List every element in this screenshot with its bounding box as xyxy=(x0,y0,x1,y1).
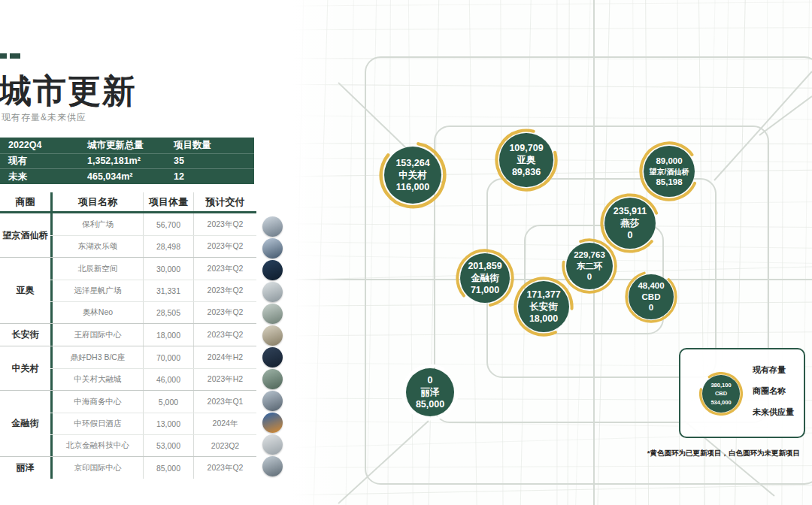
beijing-road-map: 153,264 中关村 116,000 109,709 亚奥 89,836 89… xyxy=(293,0,812,505)
existing-stock-value: 229,763 xyxy=(574,249,605,261)
project-name: 北辰新空间 xyxy=(50,258,143,280)
table-row: 东湖欢乐颂 28,498 2023年Q2 xyxy=(50,235,256,257)
future-supply-value: 116,000 xyxy=(396,181,430,193)
table-row: 王府国际中心 18,000 2023年Q2 xyxy=(50,324,256,346)
district-label: 长安街 xyxy=(0,324,50,346)
project-name: 奥林Neo xyxy=(50,302,143,323)
legend-labels: 现有存量 商圈名称 未来供应量 xyxy=(753,364,794,418)
table-row: 北辰新空间 30,000 2023年Q2 xyxy=(50,258,256,280)
marker-text: 380,100 CBD 534,000 xyxy=(699,372,743,416)
project-delivery: 2023年H2 xyxy=(193,369,256,390)
map-footnote: *黄色圆环为已更新项目，白色圆环为未更新项目 xyxy=(647,449,800,458)
project-thumbnail xyxy=(262,216,283,237)
district-group-yaao: 亚奥 北辰新空间 30,000 2023年Q2 远洋星帆广场 31,331 20… xyxy=(0,257,256,323)
projects-table: 商圈 项目名称 项目体量 预计交付 望京酒仙桥 保利广场 56,700 2023… xyxy=(0,192,256,479)
project-name: 王府国际中心 xyxy=(50,324,143,346)
project-volume: 70,000 xyxy=(143,346,193,368)
district-group-wangjing: 望京酒仙桥 保利广场 56,700 2023年Q2 东湖欢乐颂 28,498 2… xyxy=(0,213,256,257)
table-row: 中关村大融城 46,000 2023年H2 xyxy=(50,368,256,390)
table-row: 中海商务中心 5,000 2023年Q1 xyxy=(50,391,256,413)
summary-existing-total: 1,352,181m² xyxy=(79,153,165,169)
project-delivery: 2023Q2 xyxy=(193,435,256,456)
table-row: 鼎好DH3 B/C座 70,000 2024年H2 xyxy=(50,346,256,368)
project-volume: 85,000 xyxy=(143,457,193,479)
district-group-zhongguancun: 中关村 鼎好DH3 B/C座 70,000 2024年H2 中关村大融城 46,… xyxy=(0,346,256,390)
project-thumbnail xyxy=(262,434,283,455)
table-row: 远洋星帆广场 31,331 2023年Q2 xyxy=(50,280,256,301)
table-row: 保利广场 56,700 2023年Q2 xyxy=(50,213,256,235)
marker-text: 171,377 长安街 18,000 xyxy=(514,277,574,337)
future-supply-value: 85,000 xyxy=(416,398,444,410)
project-thumbnail xyxy=(262,369,283,389)
project-volume: 13,000 xyxy=(143,413,193,434)
table-row: 京印国际中心 85,000 2023年Q2 xyxy=(50,457,256,479)
district-name: CBD xyxy=(642,292,661,303)
district-label: 丽泽 xyxy=(0,457,50,479)
project-volume: 46,000 xyxy=(143,369,193,390)
project-name: 远洋星帆广场 xyxy=(50,280,143,301)
summary-row-label: 未来 xyxy=(0,168,79,184)
project-thumbnail xyxy=(262,413,283,433)
legend-future-value: 534,000 xyxy=(710,398,731,407)
page-subtitle: 现有存量&未来供应 xyxy=(2,111,86,124)
existing-stock-value: 0 xyxy=(428,374,433,386)
header-volume: 项目体量 xyxy=(143,192,193,211)
summary-col-total: 城市更新总量 xyxy=(79,138,165,153)
table-row: 奥林Neo 28,505 2023年Q2 xyxy=(50,301,256,323)
marker-text: 153,264 中关村 116,000 xyxy=(379,141,447,209)
legend-sample-marker: 380,100 CBD 534,000 xyxy=(699,372,743,416)
future-supply-value: 0 xyxy=(628,229,633,241)
summary-existing-count: 35 xyxy=(165,153,254,169)
district-group-changanjie: 长安街 王府国际中心 18,000 2023年Q2 xyxy=(0,323,256,346)
project-thumbnail xyxy=(262,325,283,346)
district-name: 金融街 xyxy=(471,272,499,284)
future-supply-value: 85,198 xyxy=(656,177,682,188)
project-delivery: 2023年Q2 xyxy=(193,457,256,479)
map-legend: 380,100 CBD 534,000 现有存量 商圈名称 未来供应量 xyxy=(679,348,805,438)
existing-stock-value: 201,859 xyxy=(468,260,501,272)
future-supply-value: 0 xyxy=(587,271,592,283)
project-name: 中海商务中心 xyxy=(50,391,143,413)
summary-col-count: 项目数量 xyxy=(165,138,254,153)
summary-quarter: 2022Q4 xyxy=(0,138,79,153)
project-delivery: 2023年Q2 xyxy=(193,302,256,323)
project-volume: 53,000 xyxy=(143,435,193,456)
project-volume: 28,498 xyxy=(143,236,193,257)
map-marker-wangjing-jiuxianqiao: 89,000 望京/酒仙桥 85,198 xyxy=(639,141,699,201)
table-row: 中环假日酒店 13,000 2024年 xyxy=(50,413,256,434)
marker-text: 201,859 金融街 71,000 xyxy=(456,249,514,307)
table-row: 北京金融科技中心 53,000 2023Q2 xyxy=(50,434,256,456)
district-group-jinrongjie: 金融街 中海商务中心 5,000 2023年Q1 中环假日酒店 13,000 2… xyxy=(0,390,256,456)
project-delivery: 2023年Q2 xyxy=(193,213,256,235)
project-thumbnail xyxy=(262,282,283,302)
district-label: 亚奥 xyxy=(0,258,50,323)
project-delivery: 2023年Q2 xyxy=(193,236,256,257)
project-volume: 30,000 xyxy=(143,258,193,280)
district-label: 中关村 xyxy=(0,346,50,390)
summary-table: 2022Q4 城市更新总量 项目数量 现有 1,352,181m² 35 未来 … xyxy=(0,138,254,184)
projects-table-header: 商圈 项目名称 项目体量 预计交付 xyxy=(0,192,256,213)
district-label: 望京酒仙桥 xyxy=(0,213,50,257)
map-marker-changanjie: 171,377 长安街 18,000 xyxy=(514,277,574,337)
project-delivery: 2023年Q2 xyxy=(193,280,256,301)
existing-stock-value: 235,911 xyxy=(614,205,647,217)
project-delivery: 2023年Q2 xyxy=(193,324,256,346)
project-thumbnail xyxy=(262,456,283,476)
map-marker-lize: 0 丽泽 85,000 xyxy=(401,364,459,421)
project-name: 中关村大融城 xyxy=(50,369,143,390)
legend-label-district: 商圈名称 xyxy=(753,386,794,397)
project-volume: 18,000 xyxy=(143,324,193,346)
district-name: 亚奥 xyxy=(517,154,536,166)
header-delivery: 预计交付 xyxy=(193,192,256,211)
project-thumbnail xyxy=(262,391,283,411)
existing-stock-value: 89,000 xyxy=(656,156,682,167)
district-name: 中关村 xyxy=(398,169,427,181)
project-volume: 31,331 xyxy=(143,280,193,301)
future-supply-value: 71,000 xyxy=(471,284,499,296)
project-thumbnail xyxy=(262,304,283,324)
existing-stock-value: 171,377 xyxy=(526,289,560,301)
marker-text: 48,400 CBD 0 xyxy=(625,271,677,323)
map-marker-yaao: 109,709 亚奥 89,836 xyxy=(495,129,558,192)
header-district: 商圈 xyxy=(0,192,50,211)
summary-future-total: 465,034m² xyxy=(79,168,165,184)
